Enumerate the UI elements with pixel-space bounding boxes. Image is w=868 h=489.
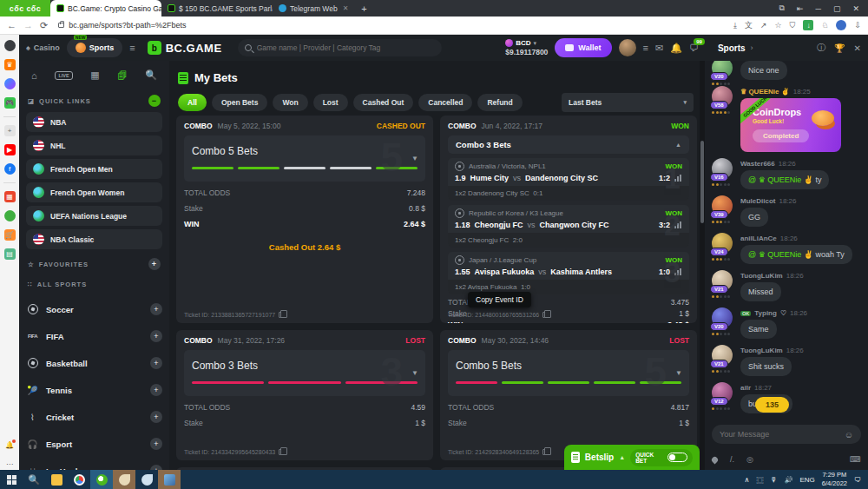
mention[interactable]: @ ♛ QUEENie ✌ [748,250,813,259]
coccoc-taskbar-icon[interactable] [90,470,113,489]
calculator-app-icon[interactable]: ▤ [4,248,16,260]
collapse-quick-links-button[interactable]: − [148,95,161,107]
expand-esport-button[interactable]: + [150,438,162,450]
photos-app-icon[interactable] [158,470,181,489]
notifications-icon[interactable]: ♘ [821,21,828,30]
slash-command-icon[interactable]: /. [730,455,734,464]
username[interactable]: Waster666 [740,160,775,168]
forward-icon[interactable]: → [23,20,33,30]
bet-leg[interactable]: 1 Australia / Victoria, NPL1 WON 1.9 Hum… [448,158,689,201]
chat-close-icon[interactable]: ✕ [854,43,861,53]
app-icon-2[interactable] [135,470,158,489]
ticket-id[interactable]: Ticket ID: 2142928340649128365 [448,449,548,455]
expand-basketball-button[interactable]: + [150,357,162,369]
file-explorer-icon[interactable] [45,470,68,489]
browser-tab-telegram[interactable]: Telegram Web ✕ [273,0,354,17]
adblock-shield-icon[interactable]: ⛉ [790,21,796,30]
combo-summary[interactable]: Combo 3 Bets 3 ▼ [184,350,425,396]
bet-leg[interactable]: 3 Japan / J.League Cup WON 1.55 Avispa F… [448,252,689,294]
sort-select[interactable]: Last Bets ▾ [562,93,694,112]
nav-sports[interactable]: NEW Sports [67,38,123,57]
sidebar-item-soccer[interactable]: Soccer + [26,298,162,320]
share-icon[interactable]: ↗ [760,21,767,30]
tray-expand-icon[interactable]: ∧ [745,476,750,484]
emoji-icon[interactable]: ☺ [845,430,853,439]
message-input[interactable] [720,430,845,439]
expand-tennis-button[interactable]: + [150,384,162,396]
filter-cancelled[interactable]: Cancelled [418,94,472,111]
expand-fifa-button[interactable]: + [150,330,162,342]
username[interactable]: TuongLuKim [740,272,783,280]
sidebar-search-icon[interactable]: 🔍 [145,69,157,81]
collapse-card-icon[interactable]: ▲ [675,142,681,148]
sidebar-item-cricket[interactable]: ⌇ Cricket + [26,406,162,428]
live-icon[interactable]: LIVE [55,71,72,80]
combo-summary[interactable]: Combo 5 Bets 5 ▼ [184,135,425,182]
betslip-bar[interactable]: Betslip ▲ QUICK BET [564,445,700,470]
back-icon[interactable]: ← [7,20,16,30]
ticket-id[interactable]: Ticket ID: 2143342995645280433 [184,449,284,455]
copy-icon[interactable] [279,449,284,455]
copy-icon[interactable] [279,312,284,318]
scrollbar-thumb[interactable] [700,141,704,223]
gamepad-icon[interactable]: 🎮 [4,97,16,109]
toggle-switch[interactable] [667,453,687,462]
my-bets-icon[interactable]: 🗐 [118,70,128,81]
bet-card-cashed-out[interactable]: COMBO May 5, 2022, 15:00 CASHED OUT Comb… [176,116,433,323]
chat-toggle-icon[interactable]: 🗩 99 [689,43,699,53]
taskbar-search-icon[interactable]: 🔍 [23,470,45,489]
copy-icon[interactable] [542,312,548,318]
translate-icon[interactable]: 文 [745,20,753,31]
game-search[interactable] [238,39,442,56]
chat-info-icon[interactable]: ⓘ [817,42,825,54]
facebook-icon[interactable]: f [4,163,16,175]
shop-cart-icon[interactable]: 🛒 [4,229,16,241]
combo-summary[interactable]: Combo 3 Bets ▲ [448,135,689,154]
tray-volume-icon[interactable]: 🔊 [784,476,792,484]
add-favourite-button[interactable]: + [148,258,161,270]
chrome-icon[interactable] [68,470,90,489]
user-avatar[interactable] [619,39,636,56]
window-minimize-button[interactable]: ─ [816,4,821,13]
coin-rain-icon[interactable] [711,455,720,464]
wallet-button[interactable]: Wallet [555,38,611,57]
window-close-button[interactable]: ✕ [852,4,859,13]
tray-display-icon[interactable]: ⿴ [756,475,763,485]
username[interactable]: anilLiAnCe [740,235,777,242]
browser-tab-sports-parlay[interactable]: $ 150 BC.GAME Sports Parla ✕ [161,0,273,17]
sidebar-item-french-open-men[interactable]: French Open Men [26,159,162,179]
new-tab-button[interactable]: + [361,3,366,14]
balance-selector[interactable]: BCD ▾ $9.19117800 [505,39,548,56]
reload-icon[interactable]: ⟳ [40,20,48,31]
chat-input[interactable]: ☺ [712,425,861,444]
filter-open-bets[interactable]: Open Bets [212,94,268,111]
crown-rewards-icon[interactable]: ♛ [4,59,16,70]
username[interactable]: ♛ QUEENie ✌ [740,88,790,96]
expand-cricket-button[interactable]: + [150,411,162,423]
schedule-icon[interactable]: ▦ [90,69,99,81]
app-icon-1[interactable] [113,470,135,489]
chat-room-selector[interactable]: Sports [718,43,746,53]
unread-count-badge[interactable]: 135 [755,397,789,413]
sidebar-item-tennis[interactable]: 🎾 Tennis + [26,379,162,401]
add-shortcut-icon[interactable]: + [4,125,16,136]
filter-lost[interactable]: Lost [313,94,348,111]
window-maximize-button[interactable]: ▢ [833,4,841,13]
bet-card-won-expanded[interactable]: COMBO Jun 4, 2022, 17:17 WON Combo 3 Bet… [440,116,697,323]
expand-card-icon[interactable]: ▼ [411,155,418,162]
keyboard-icon[interactable]: ⌨ [850,455,861,464]
username[interactable]: TuongLuKim [740,347,783,354]
language-indicator[interactable]: ENG [799,476,814,484]
mention[interactable]: @ ♛ QUEENie ✌ [748,175,813,184]
trophy-icon[interactable]: 🏆 [834,43,845,53]
coccoc-browser-logo[interactable]: cốc cốc [0,0,50,17]
bcgame-logo[interactable]: b BC.GAME [148,41,222,55]
mail-icon[interactable]: ✉ [655,43,663,54]
sidebar-item-esport[interactable]: 🎧 Esport + [26,433,162,455]
sidebar-item-basketball[interactable]: Basketball + [26,352,162,374]
sidebar-item-nba[interactable]: NBA [26,112,162,132]
save-page-icon[interactable]: ⤓ [733,21,737,30]
username[interactable]: MuleDiicot [740,197,775,205]
filter-refund[interactable]: Refund [477,94,522,111]
filter-all[interactable]: All [178,94,207,111]
